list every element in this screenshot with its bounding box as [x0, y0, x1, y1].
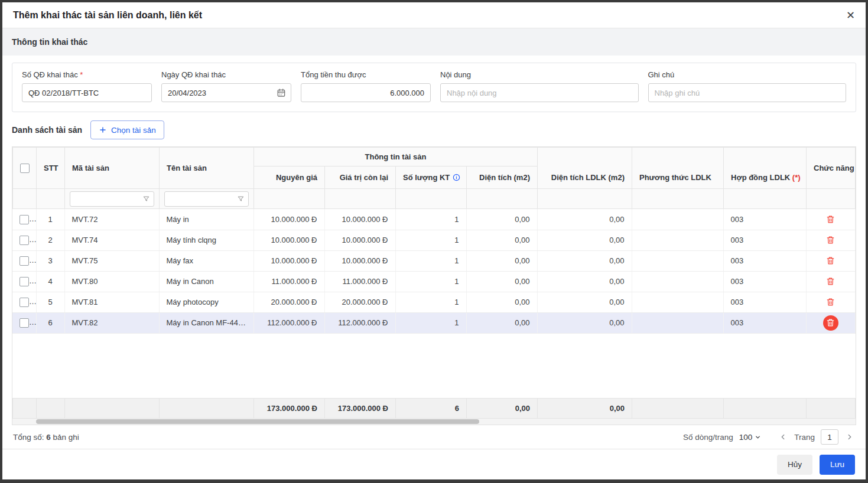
note-label: Ghi chú — [648, 70, 847, 79]
cell-qty: 1 — [395, 230, 466, 250]
note-input[interactable] — [648, 83, 847, 102]
delete-row-button[interactable] — [823, 315, 838, 331]
cell-area-ldlk: 0,00 — [537, 292, 632, 312]
cell-area-ldlk: 0,00 — [537, 209, 632, 230]
filter-icon[interactable] — [142, 195, 150, 203]
horizontal-scrollbar-thumb[interactable] — [36, 419, 479, 424]
asset-table-body-area: 1MVT.72Máy in10.000.000 Đ10.000.000 Đ10,… — [12, 209, 856, 398]
table-row: 2MVT.74Máy tính clqng10.000.000 Đ10.000.… — [12, 230, 856, 250]
asset-table-body: 1MVT.72Máy in10.000.000 Đ10.000.000 Đ10,… — [12, 209, 856, 333]
filter-icon[interactable] — [237, 195, 245, 203]
decision-number-input[interactable] — [22, 83, 152, 102]
cell-contract: 003 — [723, 209, 806, 230]
cell-code: MVT.72 — [64, 209, 159, 230]
col-header-qty: Số lượng KT — [396, 167, 467, 189]
asset-list-header: Danh sách tài sản Chọn tài sản — [12, 120, 856, 139]
cell-contract: 003 — [723, 250, 806, 271]
col-header-cost: Nguyên giá — [254, 167, 325, 189]
chevron-right-icon — [846, 433, 854, 441]
delete-row-button[interactable] — [823, 253, 838, 269]
row-checkbox[interactable] — [19, 277, 29, 286]
table-row: 5MVT.81Máy photocopy20.000.000 Đ20.000.0… — [12, 292, 856, 312]
cell-actions — [806, 312, 856, 333]
cell-stt: 5 — [36, 292, 64, 312]
cell-contract: 003 — [723, 292, 806, 312]
prev-page-button[interactable] — [778, 432, 788, 442]
row-checkbox[interactable] — [19, 256, 29, 266]
col-header-contract: Hợp đồng LDLK (*) — [724, 148, 807, 189]
cell-cost: 10.000.000 Đ — [253, 209, 324, 230]
cell-checkbox — [12, 292, 36, 312]
cell-actions — [806, 271, 856, 292]
cell-area: 0,00 — [466, 230, 537, 250]
col-group-asset-info: Thông tin tài sản — [254, 148, 538, 167]
cell-name: Máy tính clqng — [159, 230, 253, 250]
chevron-down-icon — [755, 434, 761, 440]
cell-cost: 20.000.000 Đ — [253, 292, 324, 312]
col-header-area: Diện tích (m2) — [467, 167, 538, 189]
rows-per-page-label: Số dòng/trang — [683, 433, 733, 442]
filter-row — [13, 189, 856, 209]
horizontal-scrollbar[interactable] — [12, 419, 856, 425]
close-icon: ✕ — [846, 9, 855, 21]
choose-asset-button[interactable]: Chọn tài sản — [90, 120, 164, 139]
delete-row-button[interactable] — [823, 274, 838, 289]
rows-per-page-select[interactable]: 100 — [739, 433, 762, 442]
chevron-left-icon — [779, 433, 787, 441]
row-checkbox[interactable] — [19, 215, 29, 224]
asset-table: STT Mã tài sản Tên tài sản Thông tin tài… — [12, 146, 856, 425]
pagination: Số dòng/trang 100 Trang 1 — [683, 429, 855, 445]
next-page-button[interactable] — [844, 432, 855, 442]
cancel-button[interactable]: Hủy — [777, 455, 812, 475]
cell-cost: 11.000.000 Đ — [253, 271, 324, 292]
cell-qty: 1 — [395, 209, 466, 230]
table-row: 3MVT.75Máy fax10.000.000 Đ10.000.000 Đ10… — [12, 250, 856, 271]
cell-cost: 112.000.000 Đ — [253, 312, 324, 333]
delete-row-button[interactable] — [823, 211, 838, 227]
info-section-header: Thông tin khai thác — [2, 28, 866, 56]
col-header-stt: STT — [37, 148, 65, 189]
cell-contract: 003 — [723, 271, 806, 292]
dialog-actions: Hủy Lưu — [2, 449, 866, 479]
page-number-input[interactable]: 1 — [821, 429, 838, 445]
cell-method — [632, 292, 723, 312]
cell-remaining: 112.000.000 Đ — [324, 312, 395, 333]
cell-method — [632, 209, 723, 230]
total-row: 173.000.000 Đ 173.000.000 Đ 6 0,00 0,00 — [12, 398, 856, 419]
col-header-area-ldlk: Diện tích LDLK (m2) — [538, 148, 632, 189]
row-checkbox[interactable] — [19, 236, 29, 245]
cell-area: 0,00 — [466, 271, 537, 292]
cell-remaining: 10.000.000 Đ — [324, 250, 395, 271]
delete-row-button[interactable] — [823, 233, 838, 248]
cell-remaining: 20.000.000 Đ — [324, 292, 395, 312]
code-filter-input[interactable] — [70, 191, 154, 207]
cell-area: 0,00 — [466, 250, 537, 271]
cell-checkbox — [12, 209, 36, 230]
info-icon[interactable] — [453, 174, 460, 181]
row-checkbox[interactable] — [19, 318, 29, 328]
trash-icon — [826, 256, 835, 265]
col-header-remaining: Giá trị còn lại — [325, 167, 396, 189]
page-label: Trang — [794, 433, 815, 442]
exploitation-form: Số QĐ khai thác * Ngày QĐ khai thác Tổng… — [12, 63, 856, 112]
name-filter-input[interactable] — [164, 191, 249, 207]
content-input[interactable] — [440, 83, 639, 102]
row-checkbox[interactable] — [19, 298, 29, 307]
cell-qty: 1 — [395, 250, 466, 271]
cell-code: MVT.82 — [64, 312, 159, 333]
cell-area-ldlk: 0,00 — [537, 271, 632, 292]
delete-row-button[interactable] — [823, 295, 838, 310]
cell-area: 0,00 — [466, 292, 537, 312]
cell-checkbox — [12, 250, 36, 271]
select-all-checkbox[interactable] — [20, 164, 30, 173]
save-button[interactable]: Lưu — [820, 455, 855, 475]
plus-icon — [99, 126, 107, 134]
decision-date-input[interactable] — [161, 83, 291, 102]
calendar-icon[interactable] — [277, 88, 286, 97]
cell-area-ldlk: 0,00 — [537, 230, 632, 250]
close-button[interactable]: ✕ — [846, 10, 855, 21]
cell-cost: 10.000.000 Đ — [253, 250, 324, 271]
asset-list-title: Danh sách tài sản — [12, 125, 82, 135]
total-amount-input[interactable] — [301, 83, 431, 102]
dialog-title: Thêm khai thác tài sản liên doanh, liên … — [13, 10, 202, 21]
